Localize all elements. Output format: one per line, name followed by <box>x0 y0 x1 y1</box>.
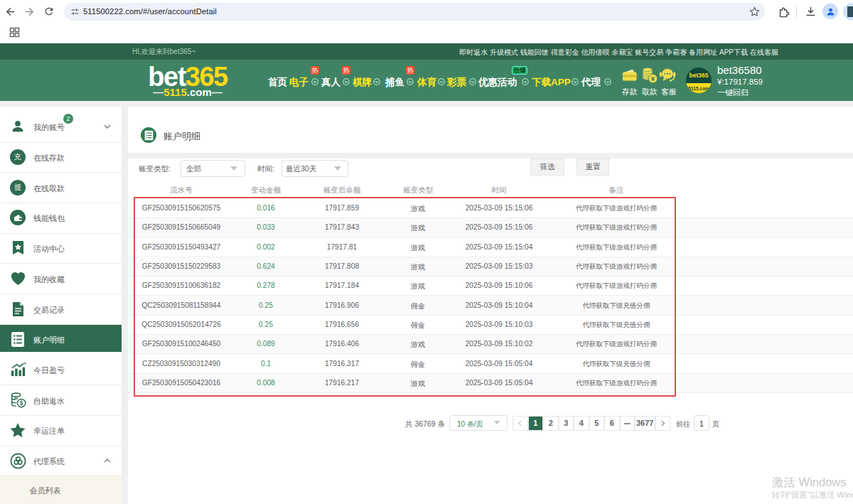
svg-text:$: $ <box>15 397 17 401</box>
svg-text:¥: ¥ <box>651 75 655 82</box>
svg-text:$: $ <box>19 400 23 407</box>
